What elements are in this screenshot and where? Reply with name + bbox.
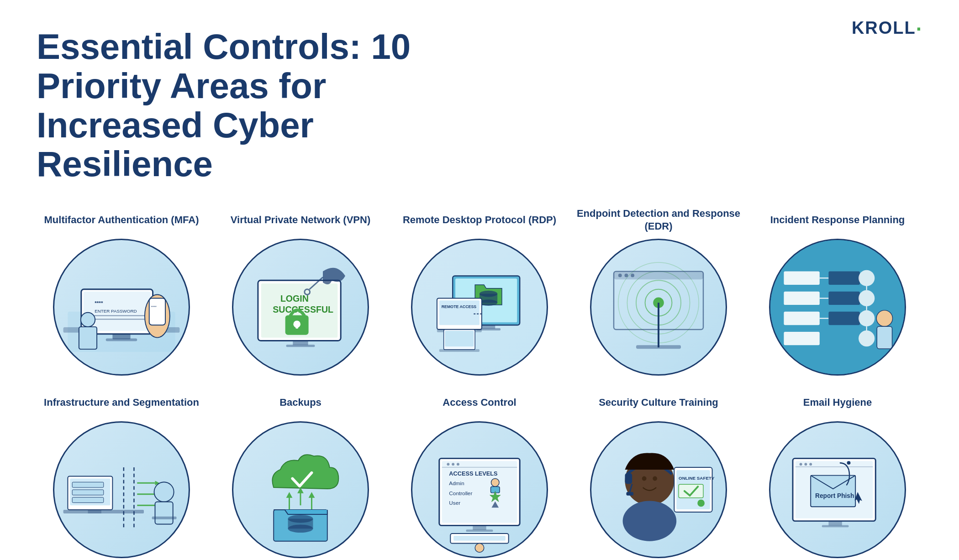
svg-point-71	[876, 310, 892, 326]
svg-rect-11	[149, 298, 165, 325]
svg-point-88	[154, 482, 174, 502]
svg-point-103	[447, 463, 449, 466]
svg-rect-106	[442, 467, 517, 467]
svg-point-137	[809, 463, 812, 466]
email-svg: Report Phish	[770, 423, 905, 557]
svg-rect-77	[72, 490, 104, 495]
svg-marker-94	[286, 492, 293, 498]
infra-svg	[54, 423, 189, 557]
kroll-logo: KROLL·	[852, 18, 922, 38]
svg-text:User: User	[449, 500, 460, 506]
card-access-illustration: ACCESS LEVELS Admin Controller User	[411, 421, 548, 558]
svg-rect-144	[822, 525, 849, 528]
svg-point-125	[642, 476, 647, 481]
svg-point-100	[288, 525, 313, 533]
svg-point-132	[697, 500, 705, 507]
svg-rect-7	[88, 319, 146, 320]
svg-rect-115	[473, 526, 486, 530]
svg-point-67	[859, 330, 875, 346]
svg-rect-22	[293, 341, 308, 345]
svg-text:****: ****	[151, 305, 157, 309]
rdp-svg: REMOTE ACCESS	[412, 240, 547, 374]
card-sct-title: Security Culture Training	[599, 389, 718, 416]
irp-svg	[770, 240, 905, 374]
svg-point-126	[653, 476, 657, 481]
svg-rect-138	[796, 466, 873, 467]
card-rdp-illustration: REMOTE ACCESS	[411, 239, 548, 376]
svg-rect-62	[828, 292, 860, 305]
svg-rect-79	[88, 510, 101, 513]
svg-rect-61	[828, 272, 860, 285]
card-edr-illustration	[590, 239, 727, 376]
svg-rect-23	[286, 345, 315, 347]
card-infra-illustration	[53, 421, 190, 558]
svg-rect-63	[828, 312, 860, 325]
mfa-svg: **** ENTER PASSWORD ****	[54, 240, 189, 374]
svg-rect-54	[784, 272, 819, 285]
card-backups: Backups	[216, 389, 385, 558]
card-infra-title: Infrastructure and Segmentation	[44, 389, 199, 416]
card-rdp: Remote Desktop Protocol (RDP)	[395, 207, 564, 376]
svg-point-135	[800, 463, 802, 466]
svg-marker-96	[309, 492, 315, 498]
svg-rect-47	[636, 345, 681, 349]
card-vpn: Virtual Private Network (VPN) LOGIN SUCC…	[216, 207, 385, 376]
svg-point-119	[475, 544, 484, 553]
svg-text:ONLINE SAFETY: ONLINE SAFETY	[679, 476, 715, 481]
svg-text:Report Phish: Report Phish	[815, 492, 854, 499]
card-vpn-illustration: LOGIN SUCCESSFUL	[232, 239, 369, 376]
logo-dot: ·	[916, 18, 922, 40]
svg-text:REMOTE ACCESS: REMOTE ACCESS	[442, 304, 477, 309]
svg-text:LOGIN: LOGIN	[280, 293, 309, 304]
svg-point-65	[859, 290, 875, 306]
svg-point-52	[631, 274, 634, 277]
card-access-title: Access Control	[443, 389, 516, 416]
svg-rect-76	[72, 482, 104, 488]
card-rdp-title: Remote Desktop Protocol (RDP)	[403, 207, 556, 233]
svg-rect-89	[155, 502, 173, 524]
card-access: Access Control ACCESS LEVELS Admin	[395, 389, 564, 558]
svg-rect-72	[877, 326, 892, 349]
card-email-illustration: Report Phish	[769, 421, 906, 558]
svg-rect-116	[466, 529, 493, 532]
svg-rect-57	[784, 332, 819, 345]
svg-point-66	[859, 310, 875, 326]
svg-rect-121	[625, 473, 632, 484]
card-email-title: Email Hygiene	[803, 389, 872, 416]
svg-point-105	[457, 463, 459, 466]
svg-point-109	[491, 479, 499, 487]
svg-point-13	[81, 313, 95, 327]
card-backups-illustration	[232, 421, 369, 558]
svg-rect-56	[784, 312, 819, 325]
svg-text:Controller: Controller	[449, 490, 472, 496]
svg-point-140	[847, 461, 851, 465]
card-vpn-title: Virtual Private Network (VPN)	[231, 207, 370, 233]
svg-rect-53	[770, 240, 905, 374]
page-container: KROLL· Essential Controls: 10 Priority A…	[0, 0, 959, 560]
svg-text:Admin: Admin	[449, 480, 464, 486]
card-email: Email Hygiene	[753, 389, 922, 558]
svg-rect-40	[439, 349, 480, 352]
svg-rect-118	[453, 536, 506, 541]
svg-text:****: ****	[95, 300, 103, 306]
svg-rect-39	[445, 331, 474, 346]
logo-text: KROLL	[852, 18, 916, 37]
svg-rect-143	[828, 521, 842, 526]
svg-text:ACCESS LEVELS: ACCESS LEVELS	[449, 470, 497, 477]
edr-svg	[591, 240, 726, 374]
card-irp: Incident Response Planning	[753, 207, 922, 376]
svg-rect-90	[152, 517, 177, 519]
svg-point-127	[623, 501, 677, 541]
svg-rect-55	[784, 292, 819, 305]
svg-rect-14	[79, 327, 97, 349]
backups-svg	[233, 423, 368, 557]
svg-rect-73	[63, 510, 144, 513]
svg-point-136	[804, 463, 807, 466]
svg-text:ENTER PASSWORD: ENTER PASSWORD	[95, 309, 137, 314]
controls-grid: Multifactor Authentication (MFA) **** EN…	[37, 207, 922, 558]
svg-rect-21	[295, 324, 298, 329]
svg-point-64	[859, 270, 875, 286]
card-irp-title: Incident Response Planning	[770, 207, 905, 233]
svg-point-51	[625, 274, 628, 277]
svg-rect-31	[482, 325, 495, 329]
